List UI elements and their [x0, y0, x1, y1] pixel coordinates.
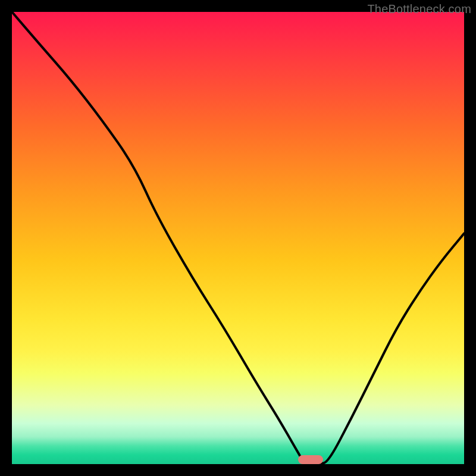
chart-frame: TheBottleneck.com	[0, 0, 476, 476]
chart-curve-layer	[12, 12, 464, 464]
watermark-text: TheBottleneck.com	[367, 2, 471, 16]
bottleneck-curve	[12, 12, 464, 464]
optimal-marker	[298, 455, 323, 464]
